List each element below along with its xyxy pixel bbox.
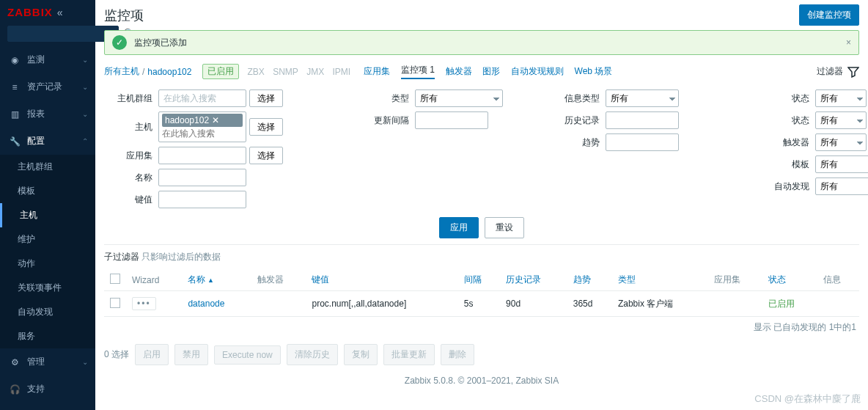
select-appset-button[interactable]: 选择 (249, 147, 283, 164)
select-host-button[interactable]: 选择 (249, 118, 283, 136)
col-key[interactable]: 键值 (306, 269, 457, 291)
col-history[interactable]: 历史记录 (500, 269, 567, 291)
check-icon: ✓ (112, 35, 127, 50)
nav-reports[interactable]: ▥ 报表 ⌄ (0, 100, 95, 128)
filter-toggle[interactable]: 过滤器 (817, 65, 859, 78)
label-type: 类型 (361, 92, 415, 105)
bc-snmp: SNMP (273, 67, 298, 77)
appset-input[interactable] (158, 147, 246, 164)
collapse-icon[interactable]: « (57, 7, 63, 18)
nav-sub-discovery[interactable]: 自动发现 (0, 300, 95, 324)
table-footer: 显示 已自动发现的 1中的1 (104, 317, 859, 341)
tab-items[interactable]: 监控项 1 (401, 64, 435, 79)
bc-host[interactable]: hadoop102 (147, 67, 191, 77)
subfilter-hint: 只影响过滤后的数据 (139, 252, 221, 262)
item-name-link[interactable]: datanode (188, 299, 224, 309)
nav-admin[interactable]: ⚙ 管理 ⌄ (0, 348, 95, 376)
cell-key: proc.num[,,all,datanode] (306, 291, 457, 317)
col-appset: 应用集 (708, 269, 762, 291)
trigger-select[interactable]: 所有 (815, 133, 867, 151)
cell-trend: 365d (567, 291, 612, 317)
bulk-disable-button: 禁用 (174, 344, 208, 365)
create-item-button[interactable]: 创建监控项 (799, 4, 859, 26)
breadcrumb: 所有主机 / hadoop102 已启用 ZBX SNMP JMX IPMI 应… (104, 61, 859, 87)
chevron-down-icon: ⌄ (82, 110, 88, 118)
infotype-select[interactable]: 所有 (606, 89, 679, 107)
nav-sub-hosts[interactable]: 主机 (0, 203, 95, 227)
label-history: 历史记录 (551, 114, 606, 127)
nav-sub-actions[interactable]: 动作 (0, 252, 95, 276)
type-select[interactable]: 所有 (415, 89, 503, 107)
nav-sub-templates[interactable]: 模板 (0, 179, 95, 203)
row-checkbox[interactable] (110, 298, 120, 308)
col-status[interactable]: 状态 (762, 269, 817, 291)
selection-count: 0 选择 (104, 348, 129, 361)
nav-sub-correlation[interactable]: 关联项事件 (0, 276, 95, 300)
label-state: 状态 (749, 92, 815, 105)
watermark: CSDN @在森林中麋了鹿 (754, 392, 861, 406)
chart-icon: ▥ (10, 109, 20, 120)
close-icon[interactable]: × (846, 37, 851, 48)
host-search-input[interactable] (162, 127, 243, 140)
nav-support[interactable]: 🎧 支持 (0, 376, 95, 403)
key-input[interactable] (158, 191, 246, 208)
col-name[interactable]: 名称 (182, 269, 251, 291)
col-interval[interactable]: 间隔 (458, 269, 500, 291)
wrench-icon: 🔧 (10, 136, 20, 147)
col-trend[interactable]: 趋势 (567, 269, 612, 291)
apply-button[interactable]: 应用 (439, 217, 479, 238)
nav-share[interactable]: Z Share (0, 403, 95, 410)
cell-trigger (251, 291, 306, 317)
interval-input[interactable] (415, 111, 488, 129)
nav-sub-maintenance[interactable]: 维护 (0, 227, 95, 252)
status-select[interactable]: 所有 (815, 111, 867, 129)
cell-interval: 5s (458, 291, 500, 317)
bc-all-hosts[interactable]: 所有主机 (104, 65, 139, 78)
tab-appset[interactable]: 应用集 (364, 65, 390, 78)
trend-input[interactable] (606, 133, 679, 151)
label-infotype: 信息类型 (551, 92, 606, 105)
hostgroup-input[interactable] (158, 89, 246, 107)
nav-sub-services[interactable]: 服务 (0, 324, 95, 348)
table-row: ••• datanode proc.num[,,all,datanode] 5s… (104, 291, 859, 317)
sidebar: ZABBIX « 🔍 ◉ 监测 ⌄ ≡ 资产记录 ⌄ ▥ 报表 ⌄ 🔧 配置 ⌃ (0, 0, 95, 410)
status-link[interactable]: 已启用 (768, 299, 795, 309)
subfilter-title: 子过滤器 (104, 252, 139, 262)
nav-inventory[interactable]: ≡ 资产记录 ⌄ (0, 73, 95, 100)
col-type[interactable]: 类型 (612, 269, 708, 291)
wizard-button[interactable]: ••• (132, 297, 156, 310)
tab-triggers[interactable]: 触发器 (446, 65, 472, 78)
label-host: 主机 (104, 121, 158, 133)
nav-label: 支持 (27, 383, 45, 395)
template-select[interactable]: 所有 (815, 155, 868, 173)
bulk-actions: 0 选择 启用 禁用 Execute now 清除历史 复制 批量更新 删除 (104, 341, 859, 373)
state-select[interactable]: 所有 (815, 89, 867, 107)
nav-sub-hostgroups[interactable]: 主机群组 (0, 155, 95, 179)
status-badge: 已启用 (202, 64, 239, 79)
history-input[interactable] (606, 111, 679, 129)
nav-config[interactable]: 🔧 配置 ⌃ (0, 128, 95, 155)
host-tag[interactable]: hadoop102✕ (162, 114, 243, 127)
eye-icon: ◉ (10, 55, 20, 65)
page-title: 监控项 (104, 7, 144, 24)
select-hostgroup-button[interactable]: 选择 (249, 89, 283, 107)
discovery-select[interactable]: 所有 (815, 177, 868, 195)
label-interval: 更新间隔 (361, 114, 415, 127)
host-input[interactable]: hadoop102✕ (158, 111, 246, 142)
tab-discovery[interactable]: 自动发现规则 (511, 65, 564, 78)
nav-label: 监测 (27, 54, 45, 66)
tag-close-icon[interactable]: ✕ (212, 115, 219, 125)
page-footer: Zabbix 5.0.8. © 2001–2021, Zabbix SIA (104, 373, 859, 390)
tab-web[interactable]: Web 场景 (575, 65, 613, 78)
bc-zbx: ZBX (247, 67, 264, 77)
bulk-massupdate-button: 批量更新 (383, 344, 435, 365)
label-template: 模板 (749, 158, 815, 171)
select-all-checkbox[interactable] (110, 274, 120, 284)
reset-button[interactable]: 重设 (485, 217, 524, 238)
col-trigger: 触发器 (251, 269, 306, 291)
message-text: 监控项已添加 (134, 37, 187, 49)
nav-monitoring[interactable]: ◉ 监测 ⌄ (0, 46, 95, 73)
name-input[interactable] (158, 169, 246, 186)
tab-graphs[interactable]: 图形 (482, 65, 500, 78)
chevron-down-icon: ⌄ (82, 56, 88, 64)
